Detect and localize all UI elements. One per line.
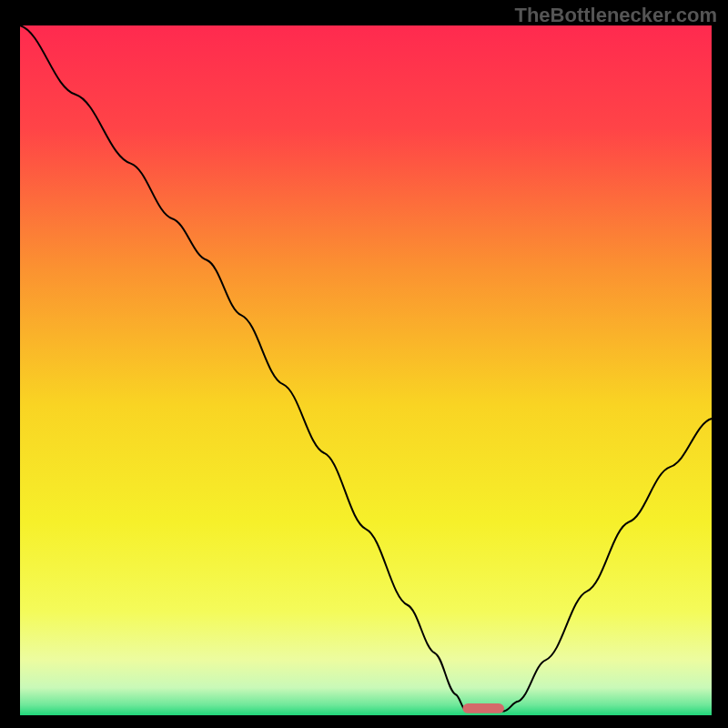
optimal-range-marker [462,703,504,713]
plot-background [20,25,712,715]
chart-container [0,0,728,728]
watermark-text: TheBottlenecker.com [514,4,717,27]
chart-svg [0,0,728,728]
